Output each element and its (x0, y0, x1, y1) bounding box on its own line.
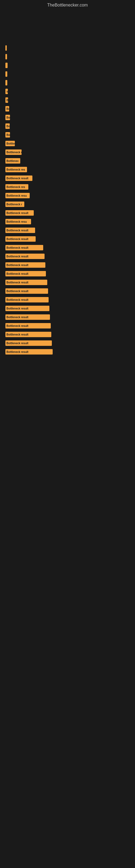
bar-container: Bottleneck result (5, 288, 130, 294)
bar-container: Bottleneck result (5, 253, 130, 259)
bar: Bottleneck result (5, 271, 46, 276)
bar: Bottleneck result (5, 227, 35, 233)
bar: Bottleneck result (5, 323, 51, 329)
bar-text: Bottleneck result (6, 342, 28, 345)
bar-text: Bottleneck result (6, 264, 28, 267)
bar-container (5, 54, 130, 60)
bar-row: s (5, 88, 130, 95)
bar-text: Bo (6, 107, 10, 111)
bar (5, 63, 8, 68)
bar-row: Bottleneck result (5, 305, 130, 312)
bar: Bottleneck result (5, 340, 52, 346)
bar-text: Bottlene (6, 142, 17, 145)
bar-row: B (5, 96, 130, 104)
bar-text: Bottleneck res (6, 186, 25, 188)
bar: Bot (5, 115, 10, 120)
bar (5, 54, 7, 59)
bar-row (5, 62, 130, 69)
bar-container: Bo (5, 106, 130, 112)
bar: Bottleneck result (5, 254, 45, 259)
bar-container: Bottleneck result (5, 349, 130, 355)
bar: Bottleneck result (5, 297, 49, 303)
bar-container: Bottleneck result (5, 340, 130, 346)
bar (5, 80, 7, 86)
bar: Bottleneck result (5, 349, 53, 354)
site-title: TheBottlenecker.com (0, 0, 135, 9)
bar-container: Bottleneck resu (5, 219, 130, 225)
bar-row: Bottleneck result (5, 209, 130, 217)
chart-section: sBBoBotBoBotBottleneBottleneck reBottlen… (0, 41, 135, 360)
bar-text: Bottleneck res (6, 168, 25, 171)
bar-container: Bottleneck resu (5, 193, 130, 198)
bar: Bottleneck r (5, 202, 24, 207)
bar-container: Bottleneck result (5, 210, 130, 216)
bar-row: Bottleneck result (5, 252, 130, 260)
bar-row: Bottleneck result (5, 226, 130, 234)
bar-text: Bottleneck result (6, 272, 28, 275)
bar: Bottleneck result (5, 245, 43, 250)
bar-container: Bottleneck result (5, 323, 130, 329)
top-section (0, 9, 135, 41)
bar-container: Bot (5, 115, 130, 120)
bar: Bo (5, 123, 10, 129)
bar-row: Bottleneck resu (5, 192, 130, 199)
bar-container: Bottleneck result (5, 245, 130, 251)
bar-row: Bo (5, 122, 130, 130)
bar-text: Bottleneck result (6, 299, 28, 301)
bar-text: Bot (6, 116, 11, 119)
bar-container: Bottleneck result (5, 262, 130, 268)
bar: Bo (5, 106, 9, 112)
bar-container: Bottlenec (5, 158, 130, 164)
bar-text: Bottleneck resu (6, 220, 27, 223)
bar-container: B (5, 97, 130, 103)
bar-row: Bottlene (5, 140, 130, 147)
bar: Bottleneck re (5, 150, 21, 155)
bar-container: Bottleneck res (5, 166, 130, 173)
bar-row: Bottleneck result (5, 244, 130, 251)
bar-text: Bottleneck result (6, 246, 28, 249)
bar-container: Bottleneck result (5, 332, 130, 337)
bar-row: Bottleneck r (5, 200, 130, 208)
bar: Bottleneck res (5, 167, 27, 172)
bar-text: Bottleneck result (6, 290, 28, 293)
bar-text: Bottleneck result (6, 255, 28, 258)
bar-row: Bottleneck res (5, 183, 130, 191)
bar-container: Bo (5, 123, 130, 129)
bar-container (5, 62, 130, 68)
chart-area: sBBoBotBoBotBottleneBottleneck reBottlen… (5, 44, 130, 355)
bar-container: Bottleneck result (5, 297, 130, 303)
bar-text: Bottleneck result (6, 229, 28, 232)
bar: Bottleneck resu (5, 219, 31, 224)
bar-row (5, 79, 130, 87)
bar-row: Bottlenec (5, 157, 130, 165)
bar-container: Bottleneck result (5, 175, 130, 181)
bar-container (5, 71, 130, 77)
bar: Bottlenec (5, 158, 20, 163)
bar-row: Bot (5, 131, 130, 138)
bar-container: Bottleneck res (5, 184, 130, 190)
bar-text: Bottleneck re (6, 151, 24, 154)
bar-container: Bottleneck result (5, 227, 130, 233)
bar-text: Bottleneck r (6, 203, 22, 206)
bar: Bottleneck result (5, 288, 48, 294)
bar-text: Bottleneck resu (6, 194, 27, 197)
bar-container: Bot (5, 132, 130, 138)
bar-row: Bottleneck result (5, 331, 130, 338)
bar-container: Bottleneck result (5, 236, 130, 242)
bar-row: Bottleneck resu (5, 218, 130, 225)
bar-text: Bottleneck result (6, 307, 28, 310)
bar-row (5, 53, 130, 61)
bar-container: Bottleneck result (5, 314, 130, 320)
bar-container (5, 80, 130, 86)
bar-text: Bottleneck result (6, 281, 28, 284)
bar (5, 71, 7, 77)
bar: Bottleneck result (5, 280, 47, 285)
bar-row: Bottleneck result (5, 261, 130, 269)
bar-text: s (6, 90, 8, 93)
bar-text: Bottleneck result (6, 324, 28, 328)
bar-text: Bottleneck result (6, 238, 28, 241)
bar: Bottleneck result (5, 262, 45, 268)
bar: Bottleneck result (5, 176, 32, 181)
bar-row (5, 44, 130, 52)
bar-container: Bottleneck result (5, 279, 130, 285)
